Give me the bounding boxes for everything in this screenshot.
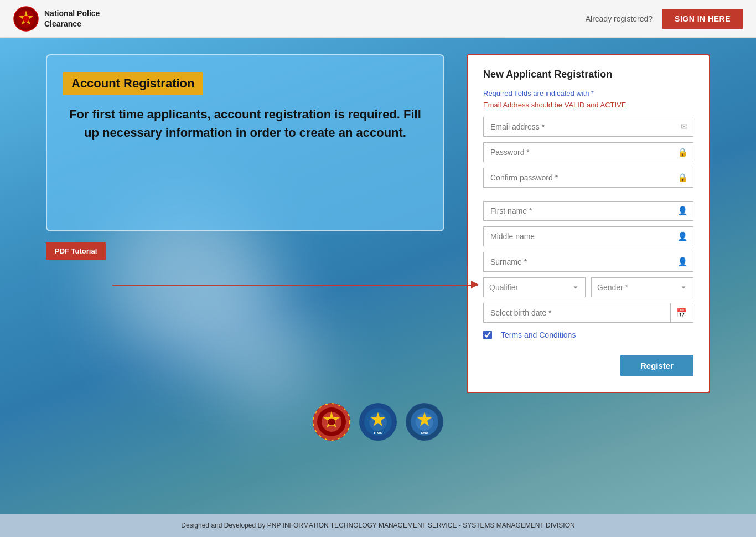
form-title: New Applicant Registration [483, 69, 693, 80]
registration-form-panel: New Applicant Registration Required fiel… [467, 54, 710, 393]
confirm-password-input[interactable] [483, 168, 693, 188]
birthdate-field-group: 📅 [483, 303, 693, 323]
qualifier-select[interactable]: Qualifier Jr. Sr. II III IV [483, 277, 586, 297]
birthdate-input[interactable] [483, 303, 670, 323]
left-panel: Account Registration For first time appl… [46, 54, 444, 393]
logos-row: ITMS SMD [313, 403, 443, 441]
confirm-password-field-group: 🔒 [483, 168, 693, 188]
terms-row: Terms and Conditions [483, 331, 693, 339]
content-row: Account Registration For first time appl… [46, 54, 710, 393]
page-header: National Police Clearance Already regist… [0, 0, 756, 38]
account-registration-badge: Account Registration [63, 72, 203, 95]
svg-point-8 [328, 418, 335, 426]
header-right: Already registered? SIGN IN HERE [586, 9, 743, 29]
surname-input[interactable] [483, 252, 693, 272]
middlename-field-group: 👤 [483, 226, 693, 246]
person-icon-2: 👤 [677, 231, 688, 241]
email-field-group: ✉ [483, 117, 693, 137]
svg-text:ITMS: ITMS [374, 431, 382, 435]
arrow-container [46, 276, 444, 293]
pdf-tutorial-button[interactable]: PDF Tutorial [46, 242, 106, 260]
lock-icon: 🔒 [677, 147, 688, 157]
register-button[interactable]: Register [620, 355, 693, 376]
page-footer: Designed and Developed By PNP INFORMATIO… [0, 514, 756, 537]
pnp-seal-logo-1 [313, 403, 350, 441]
terms-checkbox[interactable] [483, 331, 492, 339]
email-icon: ✉ [681, 122, 688, 132]
info-text: For first time applicants, account regis… [63, 105, 428, 142]
email-valid-note: Email Address should be VALID and ACTIVE [483, 101, 693, 109]
surname-field-group: 👤 [483, 252, 693, 272]
info-card: Account Registration For first time appl… [46, 54, 444, 231]
pnp-seal-logo-2: ITMS [359, 403, 397, 441]
pnp-logo-icon [13, 6, 39, 32]
logo-area: National Police Clearance [13, 6, 100, 32]
person-icon-1: 👤 [677, 206, 688, 216]
sign-in-button[interactable]: SIGN IN HERE [662, 9, 743, 29]
required-fields-note: Required fields are indicated with * [483, 89, 693, 97]
svg-text:SMD: SMD [421, 431, 428, 435]
terms-conditions-link[interactable]: Terms and Conditions [501, 331, 576, 339]
logo-text: National Police Clearance [44, 8, 100, 28]
svg-point-3 [23, 16, 29, 22]
firstname-field-group: 👤 [483, 201, 693, 221]
already-registered-text: Already registered? [586, 14, 653, 23]
calendar-button[interactable]: 📅 [670, 303, 693, 323]
main-content: Account Registration For first time appl… [0, 38, 756, 514]
arrow-line [112, 285, 478, 286]
gender-select[interactable]: Gender * Male Female [591, 277, 693, 297]
password-input[interactable] [483, 142, 693, 162]
person-icon-3: 👤 [677, 257, 688, 267]
firstname-input[interactable] [483, 201, 693, 221]
arrow-head [471, 281, 479, 288]
password-field-group: 🔒 [483, 142, 693, 162]
email-input[interactable] [483, 117, 693, 137]
footer-text: Designed and Developed By PNP INFORMATIO… [181, 521, 574, 529]
form-divider-1 [483, 193, 693, 201]
qualifier-gender-row: Qualifier Jr. Sr. II III IV Gender * Mal… [483, 277, 693, 297]
register-button-row: Register [483, 355, 693, 376]
lock-icon-2: 🔒 [677, 173, 688, 183]
pnp-seal-logo-3: SMD [406, 403, 443, 441]
middlename-input[interactable] [483, 226, 693, 246]
